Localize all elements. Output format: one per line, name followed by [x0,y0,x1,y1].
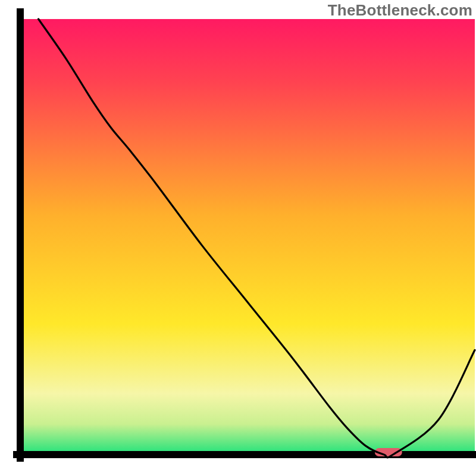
plot-background [20,19,475,455]
watermark-text: TheBottleneck.com [328,1,472,20]
chart-frame: TheBottleneck.com [0,0,476,476]
chart-svg [0,0,476,476]
